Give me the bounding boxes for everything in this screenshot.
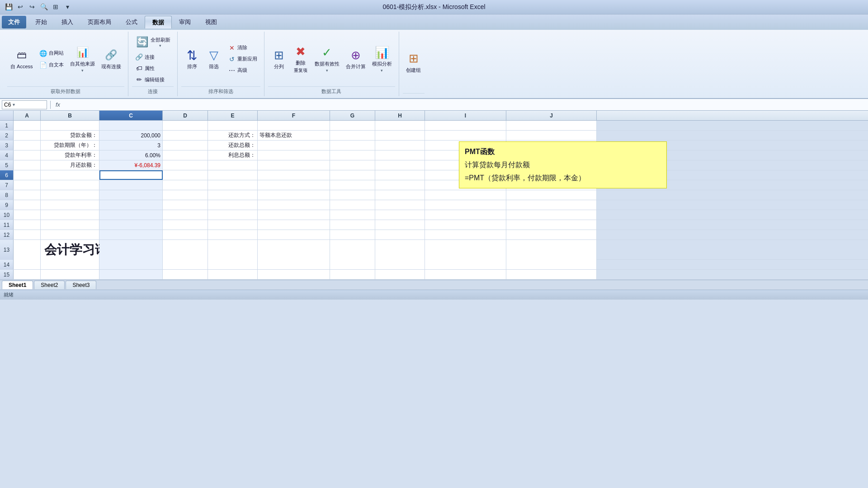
cell-G6[interactable]: [330, 170, 375, 180]
cell-H2[interactable]: [375, 131, 425, 140]
cell-F1[interactable]: [258, 121, 330, 130]
btn-web[interactable]: 🌐 自网站: [37, 48, 66, 58]
btn-reapply[interactable]: ↺ 重新应用: [226, 54, 259, 64]
cell-D6[interactable]: [163, 170, 208, 180]
btn-sort[interactable]: ⇅ 排序: [182, 47, 202, 71]
cell-C4[interactable]: 6.00%: [99, 150, 163, 160]
cell-D3[interactable]: [163, 141, 208, 150]
cell-E2[interactable]: 还款方式：: [208, 131, 258, 140]
cell-J2[interactable]: [506, 131, 597, 140]
cell-A5[interactable]: [14, 160, 41, 170]
btn-refresh-all[interactable]: 🔄 全部刷新 ▾: [133, 33, 173, 51]
btn-properties[interactable]: 🏷 属性: [133, 63, 157, 73]
redo-button[interactable]: ↪: [27, 2, 37, 12]
cell-H4[interactable]: [375, 150, 425, 160]
cell-E5[interactable]: [208, 160, 258, 170]
tab-formula[interactable]: 公式: [118, 16, 145, 28]
cell-G1[interactable]: [330, 121, 375, 130]
tab-insert[interactable]: 插入: [54, 16, 80, 28]
col-header-A[interactable]: A: [14, 111, 41, 120]
btn-remove-duplicates[interactable]: ✖ 删除 重复项: [291, 43, 311, 75]
tab-view[interactable]: 视图: [198, 16, 224, 28]
cell-G4[interactable]: [330, 150, 375, 160]
cell-B6[interactable]: [41, 170, 99, 180]
row-num-4[interactable]: 4: [0, 150, 14, 160]
cell-A2[interactable]: [14, 131, 41, 140]
sheet-tab-1[interactable]: Sheet1: [2, 281, 33, 289]
row-num-1[interactable]: 1: [0, 121, 14, 130]
cell-D5[interactable]: [163, 160, 208, 170]
cell-A6[interactable]: [14, 170, 41, 180]
cell-F2[interactable]: 等额本息还款: [258, 131, 330, 140]
cell-C3[interactable]: 3: [99, 141, 163, 150]
cell-E6[interactable]: [208, 170, 258, 180]
cell-J1[interactable]: [506, 121, 597, 130]
cell-D2[interactable]: [163, 131, 208, 140]
col-header-H[interactable]: H: [375, 111, 425, 120]
col-header-C[interactable]: C: [99, 111, 163, 120]
btn-connect[interactable]: 🔗 连接: [133, 52, 157, 62]
btn-combine[interactable]: ⊕ 合并计算: [344, 47, 368, 71]
btn-validate[interactable]: ✓ 数据有效性 ▾: [312, 44, 342, 74]
cell-A3[interactable]: [14, 141, 41, 150]
undo-button[interactable]: ↩: [15, 2, 25, 12]
cell-D1[interactable]: [163, 121, 208, 130]
cell-C2[interactable]: 200,000: [99, 131, 163, 140]
cell-H1[interactable]: [375, 121, 425, 130]
cell-A1[interactable]: [14, 121, 41, 130]
save-button[interactable]: 💾: [4, 2, 14, 12]
cell-B1[interactable]: [41, 121, 99, 130]
cell-B2[interactable]: 贷款金额：: [41, 131, 99, 140]
btn-existing-connections[interactable]: 🔗 现有连接: [99, 47, 123, 71]
col-header-F[interactable]: F: [258, 111, 330, 120]
grid-button[interactable]: ⊞: [51, 2, 61, 12]
cell-C6[interactable]: [99, 170, 163, 180]
cell-I2[interactable]: [425, 131, 506, 140]
cell-H5[interactable]: [375, 160, 425, 170]
cell-H6[interactable]: [375, 170, 425, 180]
tab-start[interactable]: 开始: [28, 16, 54, 28]
cell-C5[interactable]: ¥-6,084.39: [99, 160, 163, 170]
cell-F3[interactable]: [258, 141, 330, 150]
row-num-2[interactable]: 2: [0, 131, 14, 140]
cell-E1[interactable]: [208, 121, 258, 130]
btn-text[interactable]: 📄 自文本: [37, 60, 66, 70]
zoom-button[interactable]: 🔍: [39, 2, 49, 12]
formula-input[interactable]: [64, 100, 866, 109]
cell-B13[interactable]: 会计学习请加QQ群466715048: [41, 240, 99, 260]
cell-G5[interactable]: [330, 160, 375, 170]
cell-E3[interactable]: 还款总额：: [208, 141, 258, 150]
cell-H3[interactable]: [375, 141, 425, 150]
cell-F5[interactable]: [258, 160, 330, 170]
row-num-6[interactable]: 6: [0, 170, 14, 180]
btn-clear[interactable]: ✕ 清除: [226, 43, 259, 53]
btn-advanced[interactable]: ⋯ 高级: [226, 66, 259, 75]
sheet-tab-3[interactable]: Sheet3: [66, 281, 96, 289]
tab-file[interactable]: 文件: [2, 16, 26, 28]
btn-create-group[interactable]: ⊞ 创建组: [404, 50, 424, 75]
sheet-tab-2[interactable]: Sheet2: [34, 281, 65, 289]
cell-F4[interactable]: [258, 150, 330, 160]
col-header-J[interactable]: J: [506, 111, 597, 120]
cell-I1[interactable]: [425, 121, 506, 130]
btn-access[interactable]: 🗃 自 Access: [8, 47, 35, 71]
cell-B4[interactable]: 贷款年利率：: [41, 150, 99, 160]
row-num-5[interactable]: 5: [0, 160, 14, 170]
cell-A4[interactable]: [14, 150, 41, 160]
customize-button[interactable]: ▾: [62, 2, 72, 12]
col-header-I[interactable]: I: [425, 111, 506, 120]
cell-G2[interactable]: [330, 131, 375, 140]
btn-simulate[interactable]: 📊 模拟分析 ▾: [370, 44, 394, 74]
cell-F6[interactable]: [258, 170, 330, 180]
tab-review[interactable]: 审阅: [172, 16, 198, 28]
tab-layout[interactable]: 页面布局: [80, 16, 118, 28]
tab-data[interactable]: 数据: [145, 16, 172, 28]
col-header-G[interactable]: G: [330, 111, 375, 120]
cell-G3[interactable]: [330, 141, 375, 150]
btn-edit-links[interactable]: ✏ 编辑链接: [133, 75, 167, 84]
cell-B3[interactable]: 贷款期限（年）：: [41, 141, 99, 150]
col-header-D[interactable]: D: [163, 111, 208, 120]
name-box[interactable]: C6 ▾: [2, 100, 47, 109]
btn-split[interactable]: ⊞ 分列: [269, 47, 289, 71]
cell-E4[interactable]: 利息总额：: [208, 150, 258, 160]
